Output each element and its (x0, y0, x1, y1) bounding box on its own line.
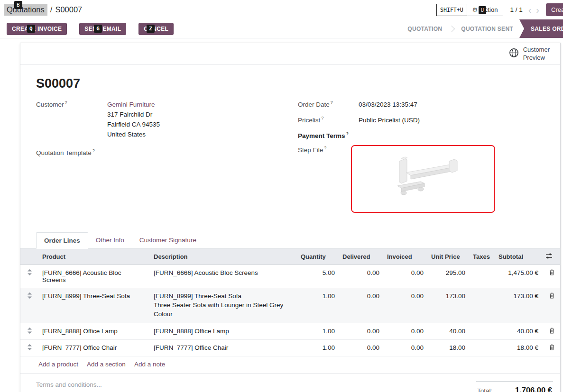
step-file-label: Step File? (298, 145, 359, 213)
description-cell[interactable]: [FURN_6666] Acoustic Bloc Screens (150, 264, 297, 288)
row-handle-cell (20, 288, 38, 323)
add-note-link[interactable]: Add a note (134, 361, 165, 368)
taxes-cell[interactable] (469, 339, 495, 356)
pager-next-button[interactable]: › (536, 5, 539, 15)
quotation-template-field-row: Quotation Template? (36, 148, 298, 156)
header-subtotal: Subtotal (495, 249, 542, 265)
customer-field-row: Customer? Gemini Furniture 317 Fairchild… (36, 100, 298, 139)
delete-line-button[interactable] (542, 339, 561, 356)
drag-handle-icon[interactable] (28, 328, 32, 335)
customer-link[interactable]: Gemini Furniture (107, 101, 155, 108)
subtotal-cell: 1,475.00 € (495, 264, 542, 288)
stage-quotation[interactable]: QUOTATION (401, 26, 448, 32)
taxes-cell[interactable] (469, 288, 495, 323)
customer-address-line: Fairfield CA 94535 (107, 119, 160, 129)
unit-price-cell[interactable]: 40.00 (427, 323, 469, 339)
delete-line-button[interactable] (542, 288, 561, 323)
order-line-row: [FURN_8888] Office Lamp [FURN_8888] Offi… (20, 323, 561, 339)
sheet-top-strip: Customer Preview (20, 43, 560, 65)
step-file-3d-render (383, 152, 463, 206)
description-cell[interactable]: [FURN_8888] Office Lamp (150, 323, 297, 339)
trash-icon (549, 345, 554, 352)
delivered-cell[interactable]: 0.00 (339, 288, 383, 323)
create-button[interactable]: Create (546, 3, 563, 16)
breadcrumb-separator: / (50, 5, 53, 14)
tab-other-info[interactable]: Other Info (88, 232, 132, 249)
quantity-cell[interactable]: 1.00 (297, 288, 339, 323)
description-line2: Three Seater Sofa with Lounger in Steel … (154, 301, 293, 319)
drag-handle-icon[interactable] (28, 292, 32, 300)
add-product-link[interactable]: Add a product (38, 361, 78, 368)
customer-preview-line1: Customer (523, 46, 550, 54)
customer-field-label: Customer? (36, 100, 107, 139)
delete-line-button[interactable] (542, 264, 561, 288)
optional-columns-toggle[interactable] (542, 249, 561, 265)
quantity-cell[interactable]: 1.00 (297, 339, 339, 356)
statusbar: QUOTATION QUOTATION SENT SALES ORDER (401, 19, 563, 38)
terms-and-conditions-input[interactable]: Terms and conditions... (36, 381, 102, 392)
description-cell[interactable]: [FURN_8999] Three-Seat Sofa Three Seater… (150, 288, 297, 323)
breadcrumb-bar: Quotations B / S00007 SHIFT+U ⚙ Action U… (0, 0, 563, 19)
payment-terms-label-text: Payment Terms (298, 132, 345, 139)
send-email-button[interactable]: SEND EMAIL G (79, 23, 126, 35)
quantity-cell[interactable]: 1.00 (297, 323, 339, 339)
sheet-footer: Terms and conditions... Total: 1,706.00 … (20, 374, 560, 392)
order-date-label-text: Order Date (298, 101, 330, 108)
subtotal-cell: 18.00 € (495, 339, 542, 356)
tab-order-lines[interactable]: Order Lines (36, 232, 88, 249)
unit-price-cell[interactable]: 18.00 (427, 339, 469, 356)
order-line-row: [FURN_8999] Three-Seat Sofa [FURN_8999] … (20, 288, 561, 323)
shortcut-badge-send-email: G (94, 25, 102, 33)
tab-customer-signature[interactable]: Customer Signature (132, 232, 204, 249)
product-cell[interactable]: [FURN_6666] Acoustic Bloc Screens (38, 264, 150, 288)
help-marker-icon: ? (92, 148, 95, 153)
delete-line-button[interactable] (542, 323, 561, 339)
drag-handle-icon[interactable] (28, 344, 32, 352)
add-section-link[interactable]: Add a section (87, 361, 126, 368)
delivered-cell[interactable]: 0.00 (339, 264, 383, 288)
unit-price-cell[interactable]: 295.00 (427, 264, 469, 288)
product-cell[interactable]: [FURN_7777] Office Chair (38, 339, 150, 356)
taxes-cell[interactable] (469, 323, 495, 339)
action-menu-button[interactable]: ⚙ Action U (467, 4, 504, 16)
customer-preview-link[interactable]: Customer Preview (509, 46, 550, 62)
step-file-image[interactable] (351, 145, 495, 213)
total-label: Total: (477, 387, 492, 392)
taxes-cell[interactable] (469, 264, 495, 288)
product-cell[interactable]: [FURN_8999] Three-Seat Sofa (38, 288, 150, 323)
step-file-field-row: Step File? (298, 145, 545, 213)
shortcut-badge-create-invoice: Q (27, 25, 35, 33)
pricelist-value[interactable]: Public Pricelist (USD) (359, 115, 420, 125)
invoiced-cell[interactable]: 0.00 (383, 323, 427, 339)
create-invoice-button[interactable]: CREATE INVOICE Q (7, 23, 67, 35)
stage-separator-icon (448, 25, 455, 32)
description-cell[interactable]: [FURN_7777] Office Chair (150, 339, 297, 356)
stage-sales-order[interactable]: SALES ORDER (519, 19, 563, 38)
help-marker-icon: ? (65, 100, 67, 105)
globe-icon (509, 48, 519, 60)
header-delivered: Delivered (339, 249, 383, 265)
control-panel-buttons-row: CREATE INVOICE Q SEND EMAIL G CANCEL Z Q… (0, 19, 563, 38)
pager-previous-button[interactable]: ‹ (528, 5, 532, 15)
product-cell[interactable]: [FURN_8888] Office Lamp (38, 323, 150, 339)
header-handle-column (20, 249, 38, 265)
invoiced-cell[interactable]: 0.00 (383, 339, 427, 356)
order-date-value[interactable]: 03/03/2023 13:35:47 (359, 100, 417, 109)
shortcut-badge-shift-action: SHIFT+U (436, 4, 467, 16)
invoiced-cell[interactable]: 0.00 (383, 264, 427, 288)
drag-handle-icon[interactable] (28, 269, 32, 277)
row-handle-cell (20, 339, 38, 356)
totals-block: Total: 1,706.00 € (476, 381, 553, 392)
payment-terms-field-row: Payment Terms? (298, 131, 545, 139)
delivered-cell[interactable]: 0.00 (339, 323, 383, 339)
breadcrumb-parent-link[interactable]: Quotations (4, 4, 47, 16)
delivered-cell[interactable]: 0.00 (339, 339, 383, 356)
fields-left-column: Customer? Gemini Furniture 317 Fairchild… (36, 100, 298, 219)
quantity-cell[interactable]: 5.00 (297, 264, 339, 288)
stage-quotation-sent[interactable]: QUOTATION SENT (455, 26, 519, 32)
cancel-button[interactable]: CANCEL Z (138, 23, 174, 35)
breadcrumb-current: S00007 (55, 5, 82, 14)
unit-price-cell[interactable]: 173.00 (427, 288, 469, 323)
invoiced-cell[interactable]: 0.00 (383, 288, 427, 323)
notebook-tabs: Order Lines Other Info Customer Signatur… (20, 232, 560, 249)
